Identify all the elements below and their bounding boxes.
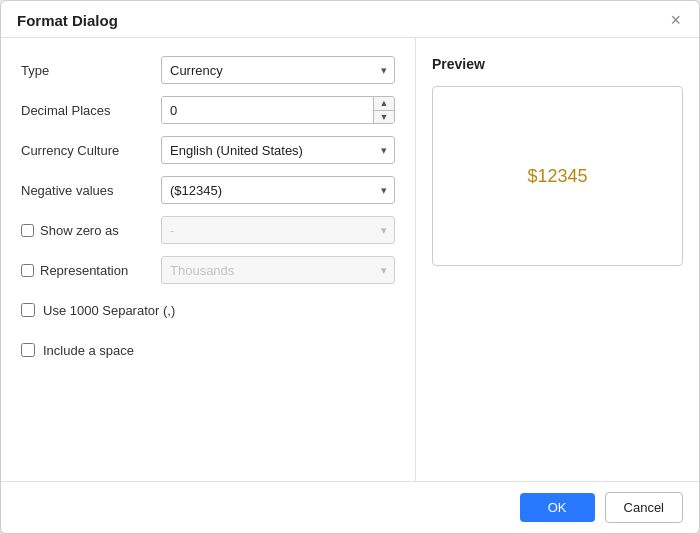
negative-values-label: Negative values bbox=[21, 183, 151, 198]
representation-label: Representation bbox=[40, 263, 128, 278]
negative-values-row: Negative values ($12345) -$12345 - $1234… bbox=[21, 176, 395, 204]
type-row: Type Currency Number Percentage Text ▾ bbox=[21, 56, 395, 84]
negative-values-select[interactable]: ($12345) -$12345 - $12345 bbox=[161, 176, 395, 204]
show-zero-checkbox[interactable] bbox=[21, 224, 34, 237]
type-label: Type bbox=[21, 63, 151, 78]
negative-values-select-wrapper: ($12345) -$12345 - $12345 ▾ bbox=[161, 176, 395, 204]
show-zero-row: Show zero as - ▾ bbox=[21, 216, 395, 244]
representation-row: Representation Thousands Millions Billio… bbox=[21, 256, 395, 284]
currency-culture-select[interactable]: English (United States) English (UK) Eur… bbox=[161, 136, 395, 164]
currency-culture-select-wrapper: English (United States) English (UK) Eur… bbox=[161, 136, 395, 164]
use-separator-label: Use 1000 Separator (,) bbox=[43, 303, 175, 318]
use-separator-checkbox[interactable] bbox=[21, 303, 35, 317]
spinner-buttons: ▲ ▼ bbox=[373, 97, 394, 123]
decimal-places-input[interactable] bbox=[162, 97, 373, 123]
representation-select-wrapper: Thousands Millions Billions ▾ bbox=[161, 256, 395, 284]
representation-checkbox[interactable] bbox=[21, 264, 34, 277]
close-button[interactable]: × bbox=[668, 11, 683, 29]
include-space-row: Include a space bbox=[21, 336, 395, 364]
include-space-label: Include a space bbox=[43, 343, 134, 358]
dialog-body: Type Currency Number Percentage Text ▾ D… bbox=[1, 38, 699, 481]
include-space-checkbox[interactable] bbox=[21, 343, 35, 357]
dialog-header: Format Dialog × bbox=[1, 1, 699, 38]
representation-select[interactable]: Thousands Millions Billions bbox=[161, 256, 395, 284]
show-zero-label: Show zero as bbox=[40, 223, 119, 238]
right-panel: Preview $12345 bbox=[416, 38, 699, 481]
type-select[interactable]: Currency Number Percentage Text bbox=[161, 56, 395, 84]
spinner-down-button[interactable]: ▼ bbox=[374, 111, 394, 124]
spinner-up-button[interactable]: ▲ bbox=[374, 97, 394, 111]
dialog-footer: OK Cancel bbox=[1, 481, 699, 533]
dialog-title: Format Dialog bbox=[17, 12, 118, 29]
preview-value: $12345 bbox=[527, 166, 587, 187]
decimal-places-label: Decimal Places bbox=[21, 103, 151, 118]
cancel-button[interactable]: Cancel bbox=[605, 492, 683, 523]
decimal-places-spinner: ▲ ▼ bbox=[161, 96, 395, 124]
ok-button[interactable]: OK bbox=[520, 493, 595, 522]
show-zero-select[interactable]: - bbox=[161, 216, 395, 244]
preview-title: Preview bbox=[432, 56, 683, 72]
type-select-wrapper: Currency Number Percentage Text ▾ bbox=[161, 56, 395, 84]
preview-box: $12345 bbox=[432, 86, 683, 266]
show-zero-select-wrapper: - ▾ bbox=[161, 216, 395, 244]
format-dialog: Format Dialog × Type Currency Number Per… bbox=[0, 0, 700, 534]
use-separator-row: Use 1000 Separator (,) bbox=[21, 296, 395, 324]
decimal-places-row: Decimal Places ▲ ▼ bbox=[21, 96, 395, 124]
currency-culture-row: Currency Culture English (United States)… bbox=[21, 136, 395, 164]
left-panel: Type Currency Number Percentage Text ▾ D… bbox=[1, 38, 416, 481]
show-zero-label-group: Show zero as bbox=[21, 223, 151, 238]
spinner-input-row: ▲ ▼ bbox=[162, 97, 394, 123]
representation-label-group: Representation bbox=[21, 263, 151, 278]
currency-culture-label: Currency Culture bbox=[21, 143, 151, 158]
